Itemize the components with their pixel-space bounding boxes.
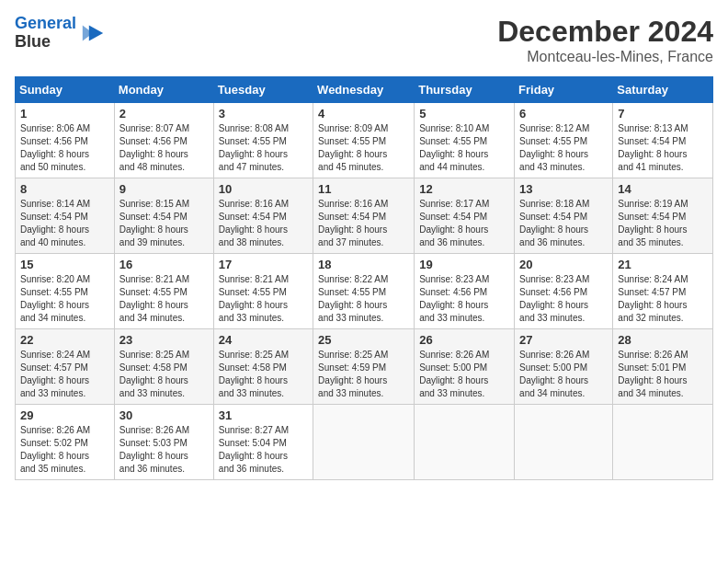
weekday-header-cell: Monday [114, 77, 213, 103]
calendar-cell: 14Sunrise: 8:19 AM Sunset: 4:54 PM Dayli… [613, 178, 713, 254]
day-number: 6 [519, 107, 608, 121]
day-number: 12 [419, 182, 509, 196]
calendar-cell: 24Sunrise: 8:25 AM Sunset: 4:58 PM Dayli… [213, 329, 313, 405]
calendar-week-row: 29Sunrise: 8:26 AM Sunset: 5:02 PM Dayli… [16, 405, 713, 480]
day-info: Sunrise: 8:27 AM Sunset: 5:04 PM Dayligh… [219, 424, 308, 476]
day-info: Sunrise: 8:12 AM Sunset: 4:55 PM Dayligh… [519, 122, 608, 174]
day-info: Sunrise: 8:21 AM Sunset: 4:55 PM Dayligh… [219, 273, 308, 325]
day-number: 10 [219, 182, 308, 196]
day-number: 24 [219, 333, 308, 347]
weekday-header-cell: Tuesday [213, 77, 313, 103]
day-info: Sunrise: 8:10 AM Sunset: 4:55 PM Dayligh… [419, 122, 509, 174]
day-info: Sunrise: 8:21 AM Sunset: 4:55 PM Dayligh… [119, 273, 209, 325]
calendar-cell: 26Sunrise: 8:26 AM Sunset: 5:00 PM Dayli… [415, 329, 515, 405]
calendar-cell: 12Sunrise: 8:17 AM Sunset: 4:54 PM Dayli… [415, 178, 515, 254]
weekday-header-row: SundayMondayTuesdayWednesdayThursdayFrid… [16, 77, 713, 103]
day-info: Sunrise: 8:09 AM Sunset: 4:55 PM Dayligh… [318, 122, 409, 174]
day-number: 1 [20, 107, 109, 121]
calendar-cell: 2Sunrise: 8:07 AM Sunset: 4:56 PM Daylig… [114, 103, 213, 178]
calendar-cell: 19Sunrise: 8:23 AM Sunset: 4:56 PM Dayli… [415, 254, 515, 329]
calendar-cell: 10Sunrise: 8:16 AM Sunset: 4:54 PM Dayli… [213, 178, 313, 254]
day-number: 25 [318, 333, 409, 347]
calendar-cell: 8Sunrise: 8:14 AM Sunset: 4:54 PM Daylig… [16, 178, 115, 254]
day-number: 29 [20, 408, 109, 422]
calendar-cell: 21Sunrise: 8:24 AM Sunset: 4:57 PM Dayli… [613, 254, 713, 329]
day-info: Sunrise: 8:08 AM Sunset: 4:55 PM Dayligh… [219, 122, 308, 174]
day-info: Sunrise: 8:14 AM Sunset: 4:54 PM Dayligh… [20, 198, 109, 249]
calendar-cell [313, 405, 415, 480]
day-info: Sunrise: 8:17 AM Sunset: 4:54 PM Dayligh… [419, 198, 509, 249]
calendar-cell: 9Sunrise: 8:15 AM Sunset: 4:54 PM Daylig… [114, 178, 213, 254]
day-info: Sunrise: 8:13 AM Sunset: 4:54 PM Dayligh… [618, 122, 708, 174]
logo: GeneralBlue [15, 15, 106, 52]
day-info: Sunrise: 8:16 AM Sunset: 4:54 PM Dayligh… [219, 198, 308, 249]
calendar-cell: 15Sunrise: 8:20 AM Sunset: 4:55 PM Dayli… [16, 254, 115, 329]
weekday-header-cell: Sunday [16, 77, 115, 103]
calendar-week-row: 22Sunrise: 8:24 AM Sunset: 4:57 PM Dayli… [16, 329, 713, 405]
day-info: Sunrise: 8:23 AM Sunset: 4:56 PM Dayligh… [519, 273, 608, 325]
logo-icon [80, 20, 106, 46]
day-number: 14 [618, 182, 708, 196]
day-number: 19 [419, 258, 509, 271]
day-info: Sunrise: 8:06 AM Sunset: 4:56 PM Dayligh… [20, 122, 109, 174]
calendar-cell: 5Sunrise: 8:10 AM Sunset: 4:55 PM Daylig… [415, 103, 515, 178]
calendar-cell: 28Sunrise: 8:26 AM Sunset: 5:01 PM Dayli… [613, 329, 713, 405]
day-info: Sunrise: 8:26 AM Sunset: 5:02 PM Dayligh… [20, 424, 109, 476]
day-info: Sunrise: 8:07 AM Sunset: 4:56 PM Dayligh… [119, 122, 209, 174]
weekday-header-cell: Wednesday [313, 77, 415, 103]
day-number: 7 [618, 107, 708, 121]
day-number: 27 [519, 333, 608, 347]
calendar-cell [613, 405, 713, 480]
day-info: Sunrise: 8:24 AM Sunset: 4:57 PM Dayligh… [618, 273, 708, 325]
day-info: Sunrise: 8:18 AM Sunset: 4:54 PM Dayligh… [519, 198, 608, 249]
day-number: 3 [219, 107, 308, 121]
day-number: 13 [519, 182, 608, 196]
day-info: Sunrise: 8:15 AM Sunset: 4:54 PM Dayligh… [119, 198, 209, 249]
day-number: 18 [318, 258, 409, 271]
day-info: Sunrise: 8:23 AM Sunset: 4:56 PM Dayligh… [419, 273, 509, 325]
calendar-cell: 22Sunrise: 8:24 AM Sunset: 4:57 PM Dayli… [16, 329, 115, 405]
calendar-cell: 29Sunrise: 8:26 AM Sunset: 5:02 PM Dayli… [16, 405, 115, 480]
day-number: 22 [20, 333, 109, 347]
calendar-cell: 13Sunrise: 8:18 AM Sunset: 4:54 PM Dayli… [515, 178, 613, 254]
day-number: 9 [119, 182, 209, 196]
calendar-cell: 6Sunrise: 8:12 AM Sunset: 4:55 PM Daylig… [515, 103, 613, 178]
day-info: Sunrise: 8:25 AM Sunset: 4:59 PM Dayligh… [318, 349, 409, 400]
page-header: GeneralBlue December 2024 Montceau-les-M… [15, 15, 713, 65]
calendar-week-row: 8Sunrise: 8:14 AM Sunset: 4:54 PM Daylig… [16, 178, 713, 254]
logo-text: GeneralBlue [15, 15, 76, 52]
calendar-cell: 30Sunrise: 8:26 AM Sunset: 5:03 PM Dayli… [114, 405, 213, 480]
title-section: December 2024 Montceau-les-Mines, France [497, 15, 713, 65]
day-number: 20 [519, 258, 608, 271]
calendar-cell: 3Sunrise: 8:08 AM Sunset: 4:55 PM Daylig… [213, 103, 313, 178]
day-number: 31 [219, 408, 308, 422]
calendar-cell: 17Sunrise: 8:21 AM Sunset: 4:55 PM Dayli… [213, 254, 313, 329]
day-info: Sunrise: 8:25 AM Sunset: 4:58 PM Dayligh… [119, 349, 209, 400]
day-info: Sunrise: 8:26 AM Sunset: 5:00 PM Dayligh… [419, 349, 509, 400]
day-info: Sunrise: 8:26 AM Sunset: 5:03 PM Dayligh… [119, 424, 209, 476]
day-number: 5 [419, 107, 509, 121]
calendar-week-row: 1Sunrise: 8:06 AM Sunset: 4:56 PM Daylig… [16, 103, 713, 178]
calendar-cell: 18Sunrise: 8:22 AM Sunset: 4:55 PM Dayli… [313, 254, 415, 329]
day-number: 16 [119, 258, 209, 271]
calendar-cell: 23Sunrise: 8:25 AM Sunset: 4:58 PM Dayli… [114, 329, 213, 405]
calendar-table: SundayMondayTuesdayWednesdayThursdayFrid… [15, 76, 713, 480]
weekday-header-cell: Friday [515, 77, 613, 103]
day-info: Sunrise: 8:16 AM Sunset: 4:54 PM Dayligh… [318, 198, 409, 249]
day-info: Sunrise: 8:22 AM Sunset: 4:55 PM Dayligh… [318, 273, 409, 325]
day-number: 17 [219, 258, 308, 271]
day-number: 8 [20, 182, 109, 196]
calendar-cell: 11Sunrise: 8:16 AM Sunset: 4:54 PM Dayli… [313, 178, 415, 254]
calendar-cell: 1Sunrise: 8:06 AM Sunset: 4:56 PM Daylig… [16, 103, 115, 178]
month-title: December 2024 [497, 15, 713, 49]
day-number: 28 [618, 333, 708, 347]
day-info: Sunrise: 8:24 AM Sunset: 4:57 PM Dayligh… [20, 349, 109, 400]
calendar-cell [415, 405, 515, 480]
day-info: Sunrise: 8:26 AM Sunset: 5:00 PM Dayligh… [519, 349, 608, 400]
calendar-body: 1Sunrise: 8:06 AM Sunset: 4:56 PM Daylig… [16, 103, 713, 480]
day-number: 30 [119, 408, 209, 422]
calendar-cell: 4Sunrise: 8:09 AM Sunset: 4:55 PM Daylig… [313, 103, 415, 178]
day-info: Sunrise: 8:25 AM Sunset: 4:58 PM Dayligh… [219, 349, 308, 400]
calendar-week-row: 15Sunrise: 8:20 AM Sunset: 4:55 PM Dayli… [16, 254, 713, 329]
day-number: 11 [318, 182, 409, 196]
